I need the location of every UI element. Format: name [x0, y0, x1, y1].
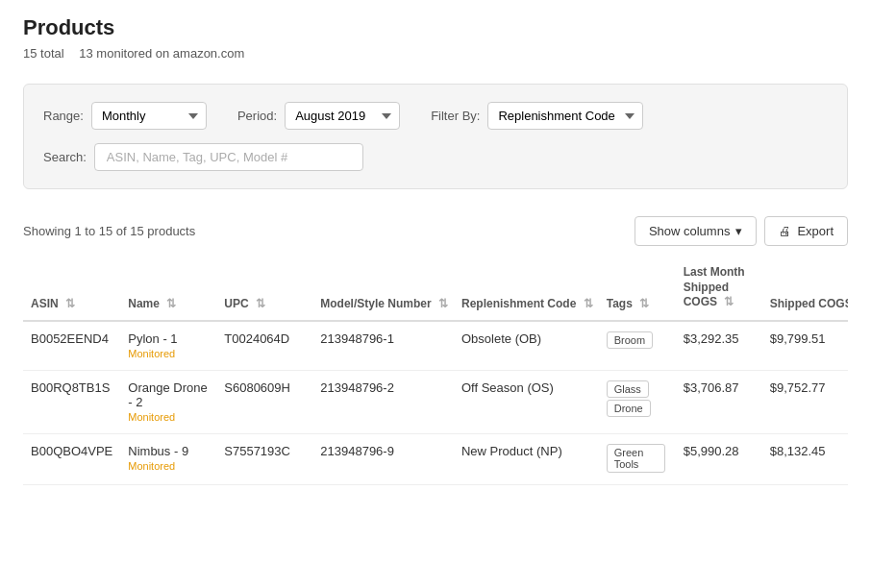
filter-by-group: Filter By: Replenishment Code Tag Name [431, 102, 643, 130]
period-label: Period: [237, 109, 277, 123]
filter-row-1: Range: Monthly Weekly Daily Period: Augu… [43, 102, 828, 130]
table-body: B0052EEND4Pylon - 1MonitoredT0024064D213… [23, 321, 848, 485]
sort-icon-model: ⇅ [438, 297, 446, 310]
cell-shipped-cogs: $8,132.45 [762, 433, 848, 484]
period-select[interactable]: August 2019 July 2019 June 2019 [285, 102, 400, 130]
range-filter-group: Range: Monthly Weekly Daily [43, 102, 207, 130]
cell-last-month-cogs: $3,706.87 [676, 370, 762, 433]
search-label: Search: [43, 150, 87, 164]
showing-text: Showing 1 to 15 of 15 products [23, 224, 195, 238]
cell-name: Nimbus - 9Monitored [120, 433, 216, 484]
search-input[interactable] [94, 143, 363, 171]
monitored-count: 13 monitored on amazon.com [79, 46, 244, 61]
filters-bar: Range: Monthly Weekly Daily Period: Augu… [23, 84, 848, 189]
page-header: Products 15 total 13 monitored on amazon… [0, 0, 871, 68]
show-columns-label: Show columns [649, 224, 731, 238]
sort-icon-last-month: ⇅ [724, 295, 732, 310]
monitored-badge: Monitored [128, 460, 175, 472]
col-header-replenishment[interactable]: Replenishment Code ⇅ [454, 257, 599, 321]
sort-icon-upc: ⇅ [256, 297, 263, 310]
table-toolbar: Showing 1 to 15 of 15 products Show colu… [0, 205, 871, 257]
table-row: B00RQ8TB1SOrange Drone - 2MonitoredS6080… [23, 370, 848, 433]
cell-asin: B00RQ8TB1S [23, 370, 120, 433]
chevron-down-icon: ▾ [735, 224, 742, 238]
table-row: B0052EEND4Pylon - 1MonitoredT0024064D213… [23, 321, 848, 371]
cell-replenishment: Obsolete (OB) [454, 321, 599, 371]
products-table: ASIN ⇅ Name ⇅ UPC ⇅ Model/Style Number ⇅… [23, 257, 848, 485]
export-label: Export [797, 224, 834, 238]
monitored-badge: Monitored [128, 348, 175, 359]
col-header-model[interactable]: Model/Style Number ⇅ [312, 257, 454, 321]
cell-model: 213948796-2 [312, 370, 454, 433]
col-header-last-month[interactable]: Last Month Shipped COGS ⇅ [676, 257, 762, 321]
cell-shipped-cogs: $9,752.77 [762, 370, 848, 433]
col-header-asin[interactable]: ASIN ⇅ [23, 257, 120, 321]
range-select[interactable]: Monthly Weekly Daily [91, 102, 207, 130]
page-subtitle: 15 total 13 monitored on amazon.com [23, 46, 848, 61]
period-filter-group: Period: August 2019 July 2019 June 2019 [237, 102, 400, 130]
cell-tags: GlassDrone [599, 370, 676, 433]
cell-upc: T0024064D [216, 321, 312, 371]
filter-by-label: Filter By: [431, 109, 480, 123]
cell-name: Pylon - 1Monitored [120, 321, 216, 371]
sort-icon-replenishment: ⇅ [584, 297, 591, 310]
sort-icon-name: ⇅ [166, 297, 174, 310]
search-group: Search: [43, 143, 363, 171]
col-header-shipped-cogs[interactable]: Shipped COGS ⇅ [762, 257, 848, 321]
export-icon: 🖨 [779, 224, 791, 238]
tag-badge: Drone [607, 400, 651, 417]
cell-name: Orange Drone - 2Monitored [120, 370, 216, 433]
cell-shipped-cogs: $9,799.51 [762, 321, 848, 371]
tag-badge: Broom [607, 331, 653, 349]
tag-badge: Glass [607, 380, 649, 398]
table-row: B00QBO4VPENimbus - 9MonitoredS7557193C21… [23, 433, 848, 484]
product-name: Nimbus - 9 [128, 444, 209, 458]
cell-asin: B0052EEND4 [23, 321, 120, 371]
toolbar-actions: Show columns ▾ 🖨 Export [635, 216, 848, 246]
col-header-tags[interactable]: Tags ⇅ [599, 257, 676, 321]
cell-upc: S6080609H [216, 370, 312, 433]
cell-asin: B00QBO4VPE [23, 433, 120, 484]
col-header-name[interactable]: Name ⇅ [120, 257, 216, 321]
export-button[interactable]: 🖨 Export [764, 216, 848, 246]
table-wrapper: ASIN ⇅ Name ⇅ UPC ⇅ Model/Style Number ⇅… [23, 257, 848, 485]
cell-tags: Broom [599, 321, 676, 371]
cell-model: 213948796-9 [312, 433, 454, 484]
product-name: Orange Drone - 2 [128, 380, 209, 409]
range-label: Range: [43, 109, 84, 123]
filter-row-2: Search: [43, 143, 828, 171]
total-count: 15 total [23, 46, 64, 61]
cell-replenishment: New Product (NP) [454, 433, 599, 484]
cell-last-month-cogs: $5,990.28 [676, 433, 762, 484]
cell-tags: Green Tools [599, 433, 676, 484]
monitored-badge: Monitored [128, 411, 175, 423]
sort-icon-tags: ⇅ [639, 297, 647, 310]
table-header-row: ASIN ⇅ Name ⇅ UPC ⇅ Model/Style Number ⇅… [23, 257, 848, 321]
cell-model: 213948796-1 [312, 321, 454, 371]
sort-icon-asin: ⇅ [65, 297, 73, 310]
cell-last-month-cogs: $3,292.35 [676, 321, 762, 371]
col-header-upc[interactable]: UPC ⇅ [216, 257, 312, 321]
cell-replenishment: Off Season (OS) [454, 370, 599, 433]
filter-by-select[interactable]: Replenishment Code Tag Name [487, 102, 643, 130]
tag-badge: Green Tools [607, 444, 665, 473]
show-columns-button[interactable]: Show columns ▾ [635, 216, 758, 246]
page-title: Products [23, 15, 848, 40]
cell-upc: S7557193C [216, 433, 312, 484]
product-name: Pylon - 1 [128, 331, 209, 346]
